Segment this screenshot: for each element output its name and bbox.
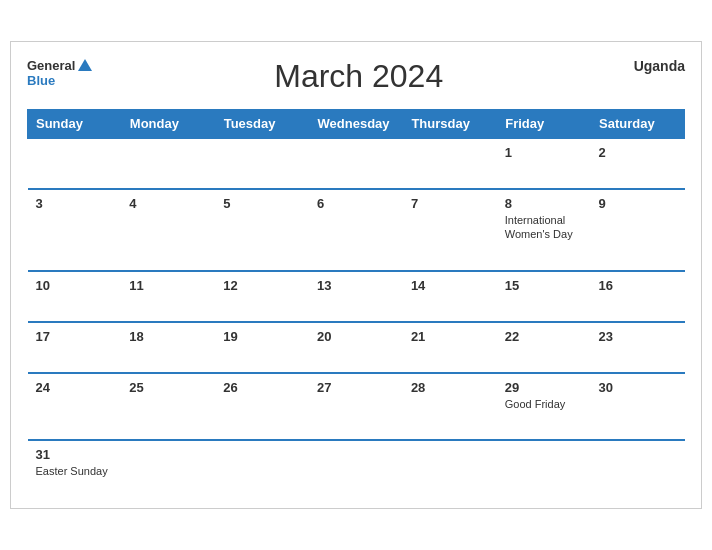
day-number: 16 [599, 278, 677, 293]
table-row: 19 [215, 322, 309, 373]
table-row [28, 138, 122, 189]
day-number: 7 [411, 196, 489, 211]
table-row: 29Good Friday [497, 373, 591, 440]
day-number: 27 [317, 380, 395, 395]
table-row: 1 [497, 138, 591, 189]
calendar-week-row: 242526272829Good Friday30 [28, 373, 685, 440]
day-number: 21 [411, 329, 489, 344]
day-number: 14 [411, 278, 489, 293]
day-number: 23 [599, 329, 677, 344]
table-row: 16 [591, 271, 685, 322]
event-text: International Women's Day [505, 213, 583, 242]
table-row: 27 [309, 373, 403, 440]
day-number: 19 [223, 329, 301, 344]
country-label: Uganda [625, 58, 685, 74]
table-row [215, 138, 309, 189]
table-row [591, 440, 685, 496]
day-number: 10 [36, 278, 114, 293]
table-row: 5 [215, 189, 309, 271]
day-number: 13 [317, 278, 395, 293]
day-number: 29 [505, 380, 583, 395]
table-row [121, 440, 215, 496]
table-row: 21 [403, 322, 497, 373]
header-wednesday: Wednesday [309, 109, 403, 138]
logo: General Blue [27, 58, 92, 88]
day-number: 22 [505, 329, 583, 344]
header-thursday: Thursday [403, 109, 497, 138]
day-number: 11 [129, 278, 207, 293]
table-row: 7 [403, 189, 497, 271]
table-row: 20 [309, 322, 403, 373]
calendar-week-row: 17181920212223 [28, 322, 685, 373]
table-row: 28 [403, 373, 497, 440]
day-number: 2 [599, 145, 677, 160]
calendar-week-row: 12 [28, 138, 685, 189]
header-sunday: Sunday [28, 109, 122, 138]
calendar-container: General Blue March 2024 Uganda Sunday Mo… [10, 41, 702, 509]
day-number: 3 [36, 196, 114, 211]
day-number: 4 [129, 196, 207, 211]
logo-blue-text: Blue [27, 73, 55, 88]
table-row: 14 [403, 271, 497, 322]
table-row: 25 [121, 373, 215, 440]
table-row: 22 [497, 322, 591, 373]
table-row: 6 [309, 189, 403, 271]
table-row: 2 [591, 138, 685, 189]
day-number: 31 [36, 447, 114, 462]
table-row: 30 [591, 373, 685, 440]
calendar-week-row: 10111213141516 [28, 271, 685, 322]
table-row: 23 [591, 322, 685, 373]
table-row: 10 [28, 271, 122, 322]
day-number: 12 [223, 278, 301, 293]
event-text: Easter Sunday [36, 464, 114, 478]
table-row: 26 [215, 373, 309, 440]
event-text: Good Friday [505, 397, 583, 411]
day-number: 8 [505, 196, 583, 211]
table-row [309, 138, 403, 189]
day-number: 20 [317, 329, 395, 344]
table-row: 17 [28, 322, 122, 373]
day-number: 30 [599, 380, 677, 395]
table-row: 4 [121, 189, 215, 271]
table-row [497, 440, 591, 496]
table-row: 3 [28, 189, 122, 271]
header-saturday: Saturday [591, 109, 685, 138]
header-tuesday: Tuesday [215, 109, 309, 138]
table-row [121, 138, 215, 189]
day-number: 5 [223, 196, 301, 211]
table-row [215, 440, 309, 496]
weekday-header-row: Sunday Monday Tuesday Wednesday Thursday… [28, 109, 685, 138]
logo-triangle-icon [78, 59, 92, 71]
table-row [309, 440, 403, 496]
table-row: 12 [215, 271, 309, 322]
table-row: 13 [309, 271, 403, 322]
header-friday: Friday [497, 109, 591, 138]
calendar-grid: Sunday Monday Tuesday Wednesday Thursday… [27, 109, 685, 496]
day-number: 15 [505, 278, 583, 293]
table-row [403, 440, 497, 496]
table-row: 31Easter Sunday [28, 440, 122, 496]
calendar-week-row: 31Easter Sunday [28, 440, 685, 496]
header-monday: Monday [121, 109, 215, 138]
table-row: 9 [591, 189, 685, 271]
table-row: 11 [121, 271, 215, 322]
logo-general-text: General [27, 58, 75, 73]
day-number: 9 [599, 196, 677, 211]
day-number: 28 [411, 380, 489, 395]
table-row: 18 [121, 322, 215, 373]
table-row: 8International Women's Day [497, 189, 591, 271]
day-number: 18 [129, 329, 207, 344]
day-number: 26 [223, 380, 301, 395]
calendar-header: General Blue March 2024 Uganda [27, 58, 685, 95]
day-number: 17 [36, 329, 114, 344]
month-title: March 2024 [92, 58, 625, 95]
day-number: 25 [129, 380, 207, 395]
day-number: 6 [317, 196, 395, 211]
calendar-week-row: 345678International Women's Day9 [28, 189, 685, 271]
table-row: 24 [28, 373, 122, 440]
day-number: 24 [36, 380, 114, 395]
table-row [403, 138, 497, 189]
day-number: 1 [505, 145, 583, 160]
table-row: 15 [497, 271, 591, 322]
